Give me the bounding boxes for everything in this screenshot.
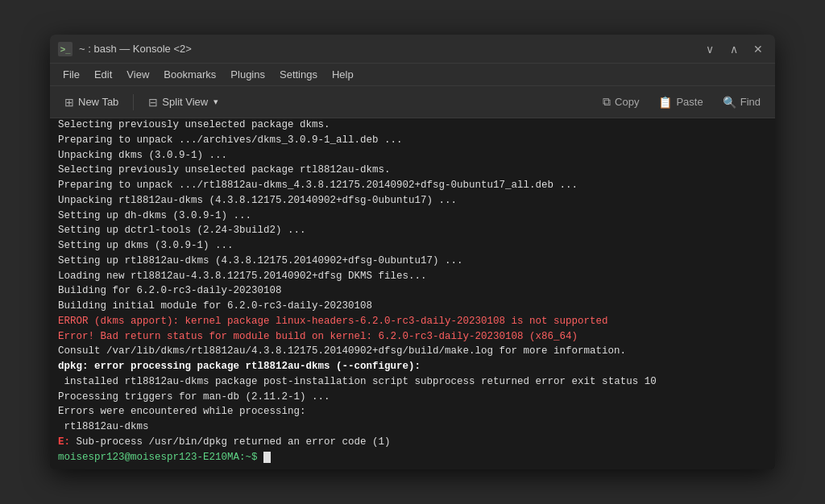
terminal-line: rtl8812au-dkms bbox=[58, 419, 767, 435]
terminal-line: Setting up rtl8812au-dkms (4.3.8.12175.2… bbox=[58, 254, 767, 269]
terminal-line: Selecting previously unselected package … bbox=[58, 118, 767, 133]
close-button[interactable]: ✕ bbox=[749, 40, 767, 58]
konsole-window: >_ ~ : bash — Konsole <2> ∨ ∧ ✕ File Edi… bbox=[50, 35, 775, 469]
paste-icon: 📋 bbox=[658, 96, 672, 109]
error-prefix: E: bbox=[58, 436, 70, 448]
menu-edit[interactable]: Edit bbox=[88, 66, 118, 83]
menu-plugins[interactable]: Plugins bbox=[224, 66, 272, 83]
terminal-line: moisespr123@moisespr123-E210MA:~$ bbox=[58, 450, 767, 465]
terminal-line: dpkg: error processing package rtl8812au… bbox=[58, 359, 767, 374]
title-bar-left: >_ ~ : bash — Konsole <2> bbox=[58, 42, 192, 56]
cursor bbox=[263, 452, 271, 463]
menu-file[interactable]: File bbox=[56, 66, 86, 83]
find-label: Find bbox=[740, 96, 761, 108]
title-bar: >_ ~ : bash — Konsole <2> ∨ ∧ ✕ bbox=[50, 35, 775, 64]
terminal-line: ERROR (dkms apport): kernel package linu… bbox=[58, 314, 767, 329]
terminal-line: Building for 6.2.0-rc3-daily-20230108 bbox=[58, 283, 767, 299]
copy-button[interactable]: ⧉ Copy bbox=[595, 91, 647, 113]
terminal-line: Preparing to unpack .../rtl8812au-dkms_4… bbox=[58, 178, 767, 193]
split-view-label: Split View bbox=[162, 96, 208, 108]
terminal-line: installed rtl8812au-dkms package post-in… bbox=[58, 374, 767, 390]
terminal-line: Unpacking rtl8812au-dkms (4.3.8.12175.20… bbox=[58, 193, 767, 209]
terminal-line: Unpacking dkms (3.0.9-1) ... bbox=[58, 148, 767, 163]
terminal-line: Setting up dh-dkms (3.0.9-1) ... bbox=[58, 209, 767, 224]
copy-icon: ⧉ bbox=[603, 95, 611, 109]
prompt-user: moisespr123@moisespr123-E210MA:~$ bbox=[58, 452, 263, 463]
menu-view[interactable]: View bbox=[120, 66, 155, 83]
toolbar: ⊞ New Tab ⊟ Split View ▾ ⧉ Copy 📋 Paste … bbox=[50, 86, 775, 118]
minimize-button[interactable]: ∨ bbox=[701, 40, 719, 58]
menu-bar: File Edit View Bookmarks Plugins Setting… bbox=[50, 64, 775, 86]
window-title: ~ : bash — Konsole <2> bbox=[79, 43, 192, 55]
terminal-line: Selecting previously unselected package … bbox=[58, 163, 767, 178]
toolbar-divider-1 bbox=[133, 94, 134, 110]
new-tab-icon: ⊞ bbox=[64, 96, 74, 109]
new-tab-button[interactable]: ⊞ New Tab bbox=[56, 92, 126, 113]
split-view-button[interactable]: ⊟ Split View ▾ bbox=[140, 92, 226, 113]
maximize-button[interactable]: ∧ bbox=[725, 40, 743, 58]
terminal-line: Processing triggers for man-db (2.11.2-1… bbox=[58, 390, 767, 405]
split-view-chevron-icon: ▾ bbox=[214, 97, 218, 107]
menu-help[interactable]: Help bbox=[325, 66, 360, 83]
terminal-line: Loading new rtl8812au-4.3.8.12175.201409… bbox=[58, 269, 767, 284]
terminal-icon: >_ bbox=[58, 42, 73, 56]
paste-label: Paste bbox=[676, 96, 703, 108]
menu-settings[interactable]: Settings bbox=[273, 66, 324, 83]
copy-label: Copy bbox=[615, 96, 639, 108]
terminal-line: Building initial module for 6.2.0-rc3-da… bbox=[58, 299, 767, 314]
find-button[interactable]: 🔍 Find bbox=[715, 92, 769, 113]
title-bar-controls: ∨ ∧ ✕ bbox=[701, 40, 767, 58]
split-view-icon: ⊟ bbox=[148, 96, 158, 109]
terminal-line: Setting up dkms (3.0.9-1) ... bbox=[58, 238, 767, 254]
terminal-line: Preparing to unpack .../archives/dkms_3.… bbox=[58, 133, 767, 148]
toolbar-right: ⧉ Copy 📋 Paste 🔍 Find bbox=[595, 91, 769, 113]
paste-button[interactable]: 📋 Paste bbox=[650, 92, 711, 113]
search-icon: 🔍 bbox=[723, 96, 736, 109]
terminal-output[interactable]: Selecting previously unselected package … bbox=[50, 118, 775, 469]
terminal-line: Error! Bad return status for module buil… bbox=[58, 329, 767, 345]
terminal-line: Errors were encountered while processing… bbox=[58, 404, 767, 419]
terminal-line: E: Sub-process /usr/bin/dpkg returned an… bbox=[58, 435, 767, 450]
new-tab-label: New Tab bbox=[78, 96, 118, 108]
menu-bookmarks[interactable]: Bookmarks bbox=[157, 66, 222, 83]
terminal-line: Setting up dctrl-tools (2.24-3build2) ..… bbox=[58, 223, 767, 238]
toolbar-left: ⊞ New Tab ⊟ Split View ▾ bbox=[56, 92, 226, 113]
terminal-line: Consult /var/lib/dkms/rtl8812au/4.3.8.12… bbox=[58, 344, 767, 359]
